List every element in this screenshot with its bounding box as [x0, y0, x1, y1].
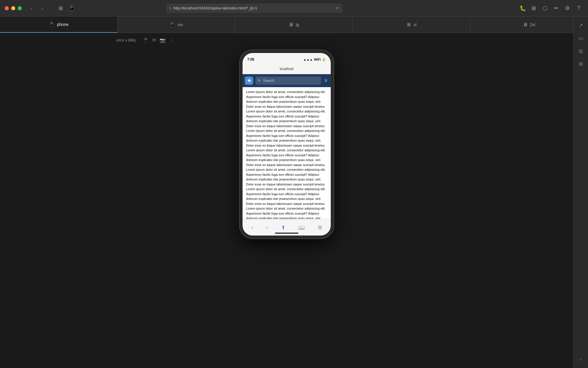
phone-frame-wrapper: 7:05 ▲▲▲ WiFi 🔋 localhost ❖ 🔍 Search: [0, 47, 573, 238]
toolbar-right-icons: 🐛 ⊞ ⬡ ✏ ⚙ ?: [518, 4, 583, 13]
grid2-icon[interactable]: ⊞: [529, 4, 539, 13]
device-icon[interactable]: 📱: [67, 4, 76, 13]
tabs-button[interactable]: ⧉: [316, 222, 324, 233]
wifi-icon: WiFi: [314, 58, 321, 61]
tab-lg[interactable]: 🖥 lg: [235, 16, 353, 33]
logo-icon: ❖: [247, 78, 251, 83]
phone-content: Lorem ipsum dolor sit amet, consectetur …: [243, 87, 331, 219]
search-placeholder: Search: [263, 79, 274, 83]
collapse-icon[interactable]: ‹: [576, 354, 586, 364]
url-bar[interactable]: ℹ http://localhost:63342/alpine-lab/inde…: [166, 4, 343, 13]
title-bar: ‹ › ⊞ 📱 ℹ http://localhost:63342/alpine-…: [0, 0, 588, 16]
battery-icon: 🔋: [322, 58, 326, 62]
url-text: http://localhost:63342/alpine-lab/index.…: [173, 6, 257, 10]
pen-icon[interactable]: ✏: [552, 4, 561, 13]
browser-url[interactable]: localhost: [280, 67, 293, 71]
forward-nav-button[interactable]: ›: [264, 222, 270, 233]
2xl-tab-icon: 🖥: [523, 22, 528, 27]
home-indicator: [275, 233, 298, 234]
traffic-lights: [5, 6, 22, 10]
layers-icon[interactable]: ⧉: [576, 46, 586, 57]
settings-sidebar-icon[interactable]: ⚙: [576, 59, 586, 69]
back-button[interactable]: ‹: [28, 4, 36, 12]
2xl-tab-label: 2xl: [530, 22, 535, 27]
status-time: 7:05: [247, 57, 254, 62]
search-icon: 🔍: [258, 79, 261, 82]
external-link-icon[interactable]: ↗: [576, 20, 586, 31]
tab-2xl[interactable]: 🖥 2xl: [470, 16, 588, 33]
tab-xl[interactable]: 🖥 xl: [353, 16, 470, 33]
phone-tab-label: phone: [57, 22, 69, 27]
status-icons: ▲▲▲ WiFi 🔋: [303, 58, 326, 62]
device-info-bar: (414 x 896) 📱 ⟳ 📷 ⋮: [112, 33, 178, 47]
signal-icon: ▲▲▲: [303, 58, 313, 61]
right-sidebar: ↗ ▭ ⧉ ⚙ ‹: [573, 16, 588, 368]
hamburger-menu-icon[interactable]: ≡: [323, 77, 328, 84]
share-button[interactable]: ⬆: [279, 222, 288, 233]
xl-tab-icon: 🖥: [406, 22, 411, 27]
phone-frame: 7:05 ▲▲▲ WiFi 🔋 localhost ❖ 🔍 Search: [240, 50, 334, 238]
forward-button[interactable]: ›: [38, 4, 46, 12]
lg-tab-label: lg: [296, 22, 299, 27]
browser-chrome: localhost: [243, 64, 331, 74]
xl-tab-label: xl: [413, 22, 416, 27]
device-bar-icons: 📱 ⟳ 📷 ⋮: [143, 37, 174, 43]
bookmarks-button[interactable]: 📖: [296, 222, 307, 233]
device-toggle-icon[interactable]: 📱: [143, 37, 149, 43]
tab-phone[interactable]: 📱 phone: [0, 16, 118, 33]
lg-tab-icon: 🖥: [289, 22, 293, 27]
breakpoint-tabs: 📱 phone 📱 sm 🖥 lg 🖥 xl 🖥 2xl: [0, 16, 588, 33]
maximize-button[interactable]: [18, 6, 22, 10]
cube-icon[interactable]: ⬡: [540, 4, 550, 13]
sm-tab-label: sm: [178, 22, 183, 27]
device-more-icon[interactable]: ⋮: [169, 37, 174, 43]
app-nav-bar: ❖ 🔍 Search ≡: [243, 74, 331, 87]
sm-tab-icon: 📱: [169, 22, 175, 27]
device-dimensions: (414 x 896): [116, 38, 136, 42]
extensions-icon[interactable]: 🐛: [518, 4, 527, 13]
tab-sm[interactable]: 📱 sm: [118, 16, 235, 33]
device-screenshot-icon[interactable]: 📷: [160, 37, 166, 43]
settings-icon[interactable]: ⚙: [563, 4, 572, 13]
view-mode-icons: ⊞ 📱: [56, 4, 76, 13]
app-logo: ❖: [245, 77, 253, 85]
main-area: (414 x 896) 📱 ⟳ 📷 ⋮ 7:05 ▲▲▲ WiFi 🔋 loca…: [0, 33, 573, 368]
close-button[interactable]: [5, 6, 9, 10]
credit-card-icon[interactable]: ▭: [576, 33, 586, 44]
phone-tab-icon: 📱: [49, 21, 55, 27]
grid-icon[interactable]: ⊞: [56, 4, 65, 13]
lorem-text: Lorem ipsum dolor sit amet, consectetur …: [246, 90, 325, 219]
status-bar: 7:05 ▲▲▲ WiFi 🔋: [243, 53, 331, 64]
navigation-buttons: ‹ ›: [28, 4, 46, 12]
minimize-button[interactable]: [11, 6, 15, 10]
search-bar[interactable]: 🔍 Search: [255, 77, 321, 85]
device-rotate-icon[interactable]: ⟳: [152, 37, 156, 43]
info-icon: ℹ: [170, 6, 171, 10]
reload-icon[interactable]: ⟳: [336, 6, 339, 10]
back-nav-button[interactable]: ‹: [249, 222, 255, 233]
help-icon[interactable]: ?: [574, 4, 583, 13]
